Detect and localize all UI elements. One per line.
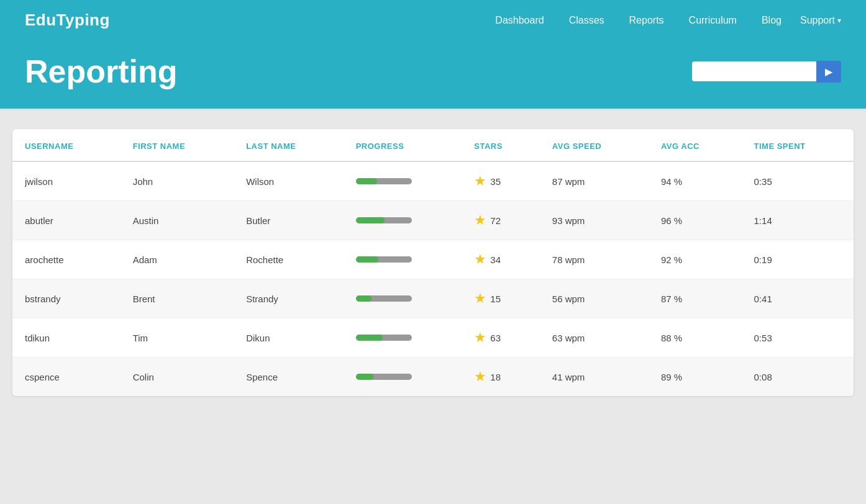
progress-bar-container <box>356 335 412 341</box>
star-icon: ★ <box>474 330 486 346</box>
table-body: jwilsonJohnWilson★3587 wpm94 %0:35abutle… <box>12 161 854 396</box>
cell-avg-speed: 87 wpm <box>540 161 649 201</box>
cell-last-name: Strandy <box>234 279 343 318</box>
star-count: 34 <box>490 254 501 265</box>
progress-bar-container <box>356 256 412 263</box>
nav-item-blog[interactable]: Blog <box>762 15 782 26</box>
cell-progress <box>344 201 462 240</box>
navbar: EduTyping Dashboard Classes Reports Curr… <box>0 0 866 40</box>
search-icon: ▶ <box>825 66 832 77</box>
cell-last-name: Spence <box>234 358 343 397</box>
star-count: 72 <box>490 215 501 226</box>
table-row: bstrandyBrentStrandy★1556 wpm87 %0:41 <box>12 279 854 318</box>
cell-last-name: Wilson <box>234 161 343 201</box>
progress-bar-fill <box>356 335 383 341</box>
nav-item-dashboard[interactable]: Dashboard <box>495 15 544 26</box>
reporting-table: USERNAME FIRST NAME LAST NAME PROGRESS S… <box>12 129 854 396</box>
progress-bar-fill <box>356 295 371 302</box>
col-last-name: LAST NAME <box>234 129 343 161</box>
cell-time-spent: 0:41 <box>742 279 854 318</box>
col-first-name: FIRST NAME <box>121 129 234 161</box>
logo: EduTyping <box>25 11 110 30</box>
cell-avg-acc: 94 % <box>649 161 742 201</box>
table-row: abutlerAustinButler★7293 wpm96 %1:14 <box>12 201 854 240</box>
nav-link-reports[interactable]: Reports <box>629 15 664 25</box>
cell-first-name: Austin <box>121 201 234 240</box>
cell-progress <box>344 161 462 201</box>
cell-avg-acc: 87 % <box>649 279 742 318</box>
cell-avg-acc: 96 % <box>649 201 742 240</box>
nav-link-dashboard[interactable]: Dashboard <box>495 15 544 25</box>
cell-username: arochette <box>12 240 121 279</box>
progress-bar-fill <box>356 178 377 184</box>
star-icon: ★ <box>474 290 486 307</box>
nav-item-curriculum[interactable]: Curriculum <box>689 15 737 26</box>
nav-item-classes[interactable]: Classes <box>569 15 604 26</box>
cell-avg-speed: 78 wpm <box>540 240 649 279</box>
cell-avg-speed: 93 wpm <box>540 201 649 240</box>
nav-item-reports[interactable]: Reports <box>629 15 664 26</box>
table-container: USERNAME FIRST NAME LAST NAME PROGRESS S… <box>12 129 854 396</box>
cell-time-spent: 0:19 <box>742 240 854 279</box>
nav-support-label: Support <box>800 15 835 26</box>
cell-first-name: John <box>121 161 234 201</box>
table-row: tdikunTimDikun★6363 wpm88 %0:53 <box>12 318 854 358</box>
col-username: USERNAME <box>12 129 121 161</box>
header-banner: Reporting ▶ <box>0 40 866 110</box>
cell-first-name: Colin <box>121 358 234 397</box>
nav-links: Dashboard Classes Reports Curriculum Blo… <box>495 15 782 26</box>
cell-avg-speed: 63 wpm <box>540 318 649 358</box>
cell-username: tdikun <box>12 318 121 358</box>
cell-progress <box>344 318 462 358</box>
progress-bar-container <box>356 217 412 223</box>
progress-bar-container <box>356 178 412 184</box>
cell-last-name: Rochette <box>234 240 343 279</box>
cell-stars: ★34 <box>462 240 540 279</box>
cell-stars: ★35 <box>462 161 540 201</box>
cell-first-name: Adam <box>121 240 234 279</box>
col-time-spent: TIME SPENT <box>742 129 854 161</box>
cell-username: cspence <box>12 358 121 397</box>
cell-username: abutler <box>12 201 121 240</box>
search-input[interactable] <box>692 61 816 81</box>
star-count: 35 <box>490 176 501 187</box>
cell-avg-speed: 56 wpm <box>540 279 649 318</box>
star-icon: ★ <box>474 369 486 385</box>
nav-link-classes[interactable]: Classes <box>569 15 604 25</box>
table-header-row: USERNAME FIRST NAME LAST NAME PROGRESS S… <box>12 129 854 161</box>
cell-time-spent: 1:14 <box>742 201 854 240</box>
table-row: arochetteAdamRochette★3478 wpm92 %0:19 <box>12 240 854 279</box>
table-row: cspenceColinSpence★1841 wpm89 %0:08 <box>12 358 854 397</box>
progress-bar-container <box>356 295 412 302</box>
nav-support[interactable]: Support ▾ <box>800 15 841 26</box>
cell-progress <box>344 358 462 397</box>
cell-last-name: Butler <box>234 201 343 240</box>
cell-avg-speed: 41 wpm <box>540 358 649 397</box>
table-row: jwilsonJohnWilson★3587 wpm94 %0:35 <box>12 161 854 201</box>
star-count: 15 <box>490 294 501 304</box>
star-icon: ★ <box>474 212 486 228</box>
star-icon: ★ <box>474 173 486 189</box>
cell-stars: ★18 <box>462 358 540 397</box>
nav-link-curriculum[interactable]: Curriculum <box>689 15 737 25</box>
cell-avg-acc: 89 % <box>649 358 742 397</box>
col-progress: PROGRESS <box>344 129 462 161</box>
search-button[interactable]: ▶ <box>816 61 841 83</box>
cell-stars: ★15 <box>462 279 540 318</box>
progress-bar-fill <box>356 217 385 223</box>
cell-avg-acc: 88 % <box>649 318 742 358</box>
nav-link-blog[interactable]: Blog <box>762 15 782 25</box>
col-stars: STARS <box>462 129 540 161</box>
main-content: USERNAME FIRST NAME LAST NAME PROGRESS S… <box>0 110 866 415</box>
star-count: 63 <box>490 333 501 343</box>
progress-bar-container <box>356 374 412 380</box>
col-avg-acc: AVG ACC <box>649 129 742 161</box>
cell-last-name: Dikun <box>234 318 343 358</box>
header-search-area: ▶ <box>692 61 841 83</box>
nav-support-caret: ▾ <box>837 16 841 25</box>
cell-time-spent: 0:35 <box>742 161 854 201</box>
cell-stars: ★72 <box>462 201 540 240</box>
cell-stars: ★63 <box>462 318 540 358</box>
cell-first-name: Brent <box>121 279 234 318</box>
cell-progress <box>344 240 462 279</box>
